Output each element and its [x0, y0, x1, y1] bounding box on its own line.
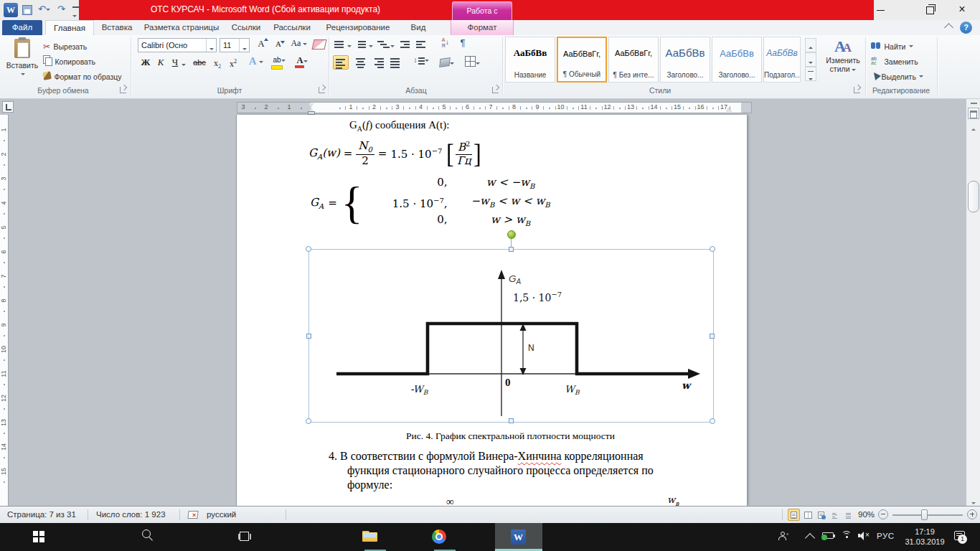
collapse-ribbon-icon[interactable]	[944, 23, 953, 32]
shrink-font-button[interactable]: А	[271, 39, 286, 54]
grow-font-button[interactable]: А	[254, 38, 268, 52]
word-app-icon[interactable]: W	[4, 3, 18, 17]
underline-button[interactable]: Ч	[169, 57, 181, 71]
superscript-button[interactable]: x2	[227, 58, 240, 72]
formula-piecewise[interactable]: GA = { 0, w < −wB 1.5 · 10−7, −wB < w < …	[310, 175, 574, 231]
undo-icon[interactable]: ↶	[38, 4, 50, 14]
italic-button[interactable]: K	[155, 57, 166, 71]
zoom-level[interactable]: 90%	[858, 510, 875, 519]
wifi-icon[interactable]	[841, 530, 852, 540]
select-button[interactable]: Выделить	[871, 70, 923, 83]
word-taskbar-button[interactable]: W	[495, 523, 542, 551]
align-left-button[interactable]	[333, 55, 349, 70]
tab-review[interactable]: Рецензирование	[317, 20, 399, 35]
find-button[interactable]: Найти	[871, 39, 913, 52]
proofing-icon[interactable]: ×	[188, 510, 198, 519]
styles-scroll-down-icon[interactable]	[805, 52, 816, 67]
resize-handle-nw[interactable]	[306, 246, 311, 252]
zoom-slider-thumb[interactable]	[921, 509, 928, 520]
view-web-layout[interactable]	[815, 509, 827, 521]
tray-chevron-up-icon[interactable]	[805, 533, 815, 543]
styles-dialog-launcher[interactable]	[854, 87, 860, 93]
help-icon[interactable]: ?	[960, 22, 972, 34]
subscript-button[interactable]: x2	[211, 58, 224, 72]
v-ruler[interactable]: 123456789101112131415	[0, 115, 9, 506]
tab-page-layout[interactable]: Разметка страницы	[139, 20, 224, 35]
borders-button[interactable]	[462, 56, 482, 70]
numbering-button[interactable]	[356, 39, 368, 54]
font-color-button[interactable]: А	[293, 55, 311, 70]
style-card-normal[interactable]: АаБбВвГг, ¶ Обычный	[557, 37, 607, 83]
volume-muted-icon[interactable]: ×	[858, 532, 871, 540]
paragraph-4[interactable]: 4. В соответствии с формулой Винера-Хинч…	[329, 449, 730, 492]
tab-home[interactable]: Главная	[45, 20, 94, 35]
bullets-dropdown-icon[interactable]	[347, 45, 352, 47]
view-outline[interactable]	[829, 509, 841, 521]
style-card-no-spacing[interactable]: АаБбВвГг, ¶ Без инте...	[608, 37, 659, 83]
replace-button[interactable]: abac Заменить	[871, 55, 918, 67]
font-name-combobox[interactable]: Calibri (Осно	[138, 38, 217, 52]
tab-file[interactable]: Файл	[2, 20, 42, 35]
font-dialog-launcher[interactable]	[319, 87, 325, 93]
formula-ga-w[interactable]: GA(w) = N02 = 1.5 · 10−7 [ В2Гц ]	[308, 136, 482, 171]
language-tray[interactable]: РУС	[877, 532, 895, 540]
view-fullscreen-reading[interactable]	[801, 509, 814, 521]
close-button[interactable]: ×	[946, 0, 979, 20]
align-right-button[interactable]	[372, 57, 386, 71]
zoom-slider-track[interactable]	[892, 514, 963, 516]
decrease-indent-button[interactable]	[400, 39, 412, 54]
resize-handle-ne[interactable]	[710, 246, 715, 252]
shading-button[interactable]	[438, 57, 456, 71]
sort-button[interactable]: А Я ↓	[436, 37, 451, 52]
tab-view[interactable]: Вид	[400, 20, 436, 35]
page-indicator[interactable]: Страница: 7 из 31	[7, 510, 76, 519]
tab-stop-selector[interactable]	[2, 101, 14, 113]
cut-button[interactable]: ✂ Вырезать	[43, 39, 87, 52]
chrome-icon[interactable]	[432, 529, 446, 544]
clipboard-dialog-launcher[interactable]	[120, 87, 126, 93]
redo-icon[interactable]: ↷	[57, 4, 65, 14]
resize-handle-w[interactable]	[306, 334, 311, 339]
tab-format[interactable]: Формат	[455, 20, 509, 35]
style-card-heading2[interactable]: АаБбВв Заголово...	[712, 37, 762, 83]
split-handle[interactable]	[968, 100, 979, 106]
highlight-button[interactable]: ab	[270, 56, 288, 70]
multilevel-dropdown-icon[interactable]	[390, 45, 395, 47]
view-print-layout[interactable]	[788, 509, 800, 521]
clock-tray[interactable]: 17:19 31.03.2019	[901, 527, 948, 547]
save-icon[interactable]	[22, 5, 32, 15]
vertical-scrollbar[interactable]	[966, 99, 980, 506]
zoom-in-icon[interactable]	[967, 509, 977, 519]
strikethrough-button[interactable]: abc	[191, 58, 208, 72]
resize-handle-sw[interactable]	[306, 418, 311, 424]
clear-formatting-icon[interactable]	[312, 39, 327, 50]
h-ruler[interactable]: 3211234567891011121314151617	[237, 102, 752, 113]
tab-references[interactable]: Ссылки	[225, 20, 267, 35]
language-indicator[interactable]: русский	[207, 510, 236, 519]
underline-dropdown-icon[interactable]	[182, 64, 186, 66]
resize-handle-s[interactable]	[509, 418, 514, 423]
document-page[interactable]: GA(f) сообщения A(t): GA(w) = N02 = 1.5 …	[237, 115, 747, 506]
numbering-dropdown-icon[interactable]	[369, 45, 373, 47]
increase-indent-button[interactable]	[416, 39, 428, 54]
line-spacing-button[interactable]: ↕	[412, 56, 430, 70]
style-card-subtitle[interactable]: АаБбВв Подзагол...	[763, 37, 801, 83]
search-icon[interactable]	[142, 529, 155, 542]
text-effects-button[interactable]: А	[248, 55, 264, 70]
restore-button[interactable]	[913, 0, 946, 20]
people-icon[interactable]: °	[778, 532, 790, 542]
figure-caption[interactable]: Рис. 4. График спектральной плотности мо…	[308, 430, 712, 442]
doc-line-ga[interactable]: GA(f) сообщения A(t):	[349, 119, 449, 133]
minimize-button[interactable]	[864, 0, 897, 20]
bullets-button[interactable]	[334, 39, 347, 54]
pilcrow-button[interactable]: ¶	[456, 37, 469, 52]
style-card-title[interactable]: АаБбВв Название	[505, 37, 555, 83]
font-name-dropdown-icon[interactable]	[206, 39, 216, 52]
style-card-heading1[interactable]: АаБбВв Заголово...	[660, 37, 710, 83]
change-case-button[interactable]: Аа	[290, 38, 308, 52]
copy-button[interactable]: Копировать	[43, 55, 95, 67]
scrollbar-thumb[interactable]	[968, 181, 979, 212]
change-styles-button[interactable]: АА Изменить стили	[822, 37, 864, 85]
task-view-icon[interactable]	[238, 531, 251, 542]
paragraph-dialog-launcher[interactable]	[492, 87, 499, 93]
